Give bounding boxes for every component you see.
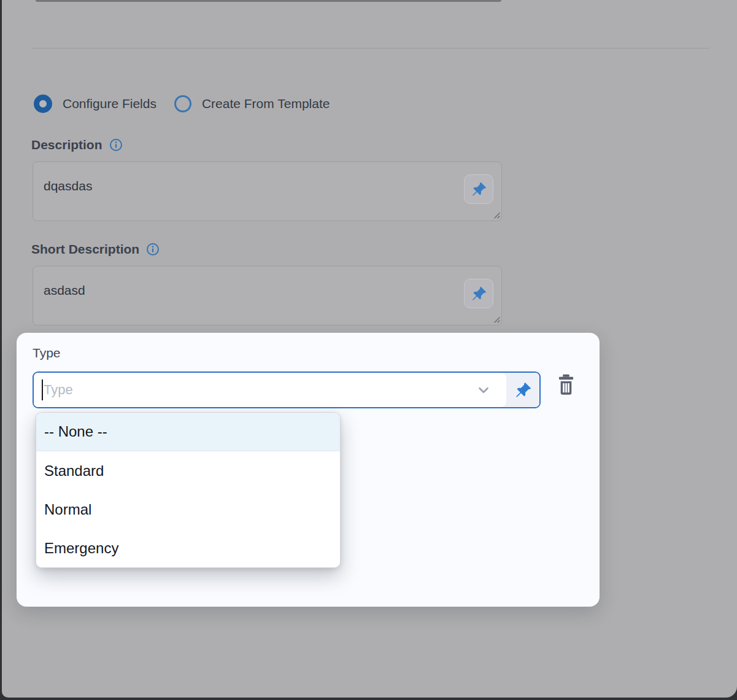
chevron-down-icon[interactable] — [476, 382, 492, 398]
pushpin-icon — [515, 382, 531, 399]
dropdown-option-normal[interactable]: Normal — [36, 490, 340, 529]
radio-configure-fields-label: Configure Fields — [63, 96, 156, 111]
radio-selected-icon[interactable] — [34, 95, 52, 113]
type-label: Type — [33, 346, 61, 360]
field-mode-radio-group: Configure Fields Create From Template — [34, 95, 330, 113]
cutoff-element-bottom-edge — [36, 0, 501, 2]
trash-icon — [556, 373, 576, 395]
radio-unselected-icon[interactable] — [174, 95, 191, 112]
short-description-label-row: Short Description — [31, 242, 160, 257]
type-input[interactable] — [34, 382, 476, 398]
description-field-container: dqasdas — [33, 161, 502, 221]
type-dropdown-menu: -- None -- Standard Normal Emergency — [36, 412, 341, 568]
resize-grip-icon[interactable] — [492, 210, 500, 219]
radio-configure-fields[interactable]: Configure Fields — [34, 95, 156, 113]
description-label: Description — [31, 138, 102, 152]
dimmed-page-overlay: Configure Fields Create From Template De… — [2, 0, 737, 698]
short-description-label: Short Description — [31, 242, 139, 257]
pushpin-icon — [471, 286, 487, 301]
description-label-row: Description — [31, 138, 123, 152]
short-description-field-container: asdasd — [33, 266, 502, 325]
type-input-group — [33, 371, 541, 408]
type-field-spotlight-card: Type — [17, 333, 600, 607]
dropdown-option-emergency[interactable]: Emergency — [36, 529, 340, 567]
text-cursor — [42, 379, 43, 400]
dropdown-option-standard[interactable]: Standard — [36, 451, 340, 490]
short-description-textarea[interactable]: asdasd — [33, 266, 502, 325]
pin-short-description-button[interactable] — [464, 279, 493, 308]
dropdown-option-none[interactable]: -- None -- — [36, 413, 340, 451]
pushpin-icon — [471, 182, 487, 197]
radio-create-from-template-label: Create From Template — [202, 96, 330, 111]
section-divider — [31, 48, 709, 49]
resize-grip-icon[interactable] — [492, 314, 500, 323]
info-icon[interactable] — [146, 243, 160, 256]
info-icon[interactable] — [109, 138, 123, 152]
description-textarea[interactable]: dqasdas — [33, 161, 502, 221]
pin-description-button[interactable] — [464, 174, 493, 204]
radio-create-from-template[interactable]: Create From Template — [174, 95, 330, 112]
delete-field-button[interactable] — [554, 371, 577, 398]
type-input-field-area[interactable] — [34, 373, 506, 407]
pin-type-button[interactable] — [506, 373, 539, 407]
